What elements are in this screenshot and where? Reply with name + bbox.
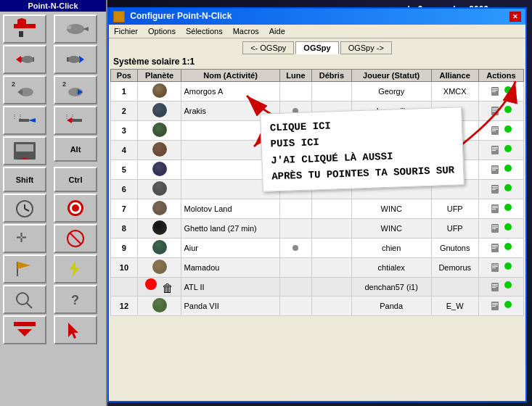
status-dot xyxy=(504,86,512,94)
report-icon[interactable] xyxy=(490,301,500,311)
cell-actions[interactable] xyxy=(478,160,523,180)
cell-actions[interactable] xyxy=(478,141,523,160)
alt-button[interactable]: Alt xyxy=(54,136,97,162)
pnc-btn-1[interactable] xyxy=(3,14,46,44)
lightning-icon xyxy=(61,258,90,280)
cell-moon xyxy=(279,278,311,297)
cell-planet xyxy=(137,297,181,316)
pnc-btn-16[interactable] xyxy=(54,224,97,253)
cell-actions[interactable] xyxy=(478,82,523,102)
tab-ogspy-next[interactable]: OGSpy -> xyxy=(340,41,392,54)
cell-planet xyxy=(137,239,181,258)
cell-debris xyxy=(312,278,352,297)
menu-fichier[interactable]: Fichier xyxy=(112,26,140,36)
tab-ogspy-prev[interactable]: <- OGSpy xyxy=(242,41,294,54)
pnc-btn-9[interactable] xyxy=(3,136,46,165)
planet-icon xyxy=(152,83,168,99)
svg-point-40 xyxy=(17,293,28,304)
cell-name: ATL II xyxy=(181,278,279,297)
cell-player xyxy=(351,121,431,141)
svg-rect-98 xyxy=(492,286,498,286)
svg-marker-39 xyxy=(70,260,80,278)
cell-actions[interactable] xyxy=(478,180,523,199)
close-button[interactable]: ✕ xyxy=(510,12,521,22)
svg-rect-103 xyxy=(492,304,498,305)
cell-alliance: E_W xyxy=(431,297,478,316)
left-panel-title: Point-N-Click xyxy=(0,0,106,12)
svg-point-86 xyxy=(152,240,167,254)
cell-actions[interactable] xyxy=(478,199,523,219)
cell-actions[interactable] xyxy=(478,121,523,141)
cell-moon xyxy=(279,239,311,258)
clock-icon xyxy=(10,197,39,219)
cell-player xyxy=(351,141,431,160)
menu-macros[interactable]: Macros xyxy=(231,26,261,36)
cell-moon xyxy=(279,102,311,121)
pnc-btn-7[interactable]: ⋮⋮ xyxy=(3,106,46,135)
planet-icon xyxy=(152,297,168,313)
svg-point-66 xyxy=(152,162,167,176)
menu-selections[interactable]: Sélections xyxy=(184,26,225,36)
cell-name xyxy=(181,121,279,141)
tab-ogspy[interactable]: OGSpy xyxy=(295,41,338,54)
status-dot xyxy=(504,204,512,211)
cell-debris xyxy=(312,219,352,239)
report-icon[interactable] xyxy=(490,243,500,253)
report-icon[interactable] xyxy=(490,282,500,292)
pnc-btn-14[interactable] xyxy=(54,194,97,223)
cell-actions[interactable] xyxy=(478,219,523,239)
cell-name: Ghetto land (27 min) xyxy=(181,219,279,239)
pnc-btn-22[interactable] xyxy=(54,315,97,344)
col-actions: Actions xyxy=(478,70,523,82)
report-icon[interactable] xyxy=(490,145,500,155)
table-container[interactable]: Pos Planète Nom (Activité) Lune Débris J… xyxy=(110,69,524,316)
pnc-btn-19[interactable] xyxy=(3,285,46,314)
svg-rect-55 xyxy=(492,111,496,112)
flag-icon xyxy=(10,258,39,280)
pnc-btn-8[interactable]: ⋮⋮ xyxy=(54,106,97,135)
pnc-btn-5[interactable]: 2 xyxy=(3,75,46,104)
ctrl-button[interactable]: Ctrl xyxy=(54,167,97,192)
cell-actions[interactable] xyxy=(478,258,523,278)
cell-moon xyxy=(279,199,311,219)
report-icon[interactable] xyxy=(490,184,500,194)
report-icon[interactable] xyxy=(490,165,500,175)
col-planet: Planète xyxy=(137,70,181,82)
report-icon[interactable] xyxy=(490,106,500,116)
pnc-btn-18[interactable] xyxy=(54,254,97,283)
pnc-btn-2[interactable] xyxy=(54,14,97,44)
cell-pos: 9 xyxy=(111,239,138,258)
cell-debris xyxy=(312,82,352,102)
menu-options[interactable]: Options xyxy=(146,26,178,36)
pnc-btn-6[interactable]: 2 xyxy=(54,75,97,104)
pnc-btn-3[interactable] xyxy=(3,45,46,74)
svg-rect-1 xyxy=(17,20,26,28)
report-icon[interactable] xyxy=(490,262,500,273)
svg-rect-69 xyxy=(492,168,498,169)
cell-actions[interactable] xyxy=(478,278,523,297)
cell-alliance xyxy=(431,180,478,199)
planet-icon xyxy=(152,141,168,157)
cell-player xyxy=(351,180,431,199)
pnc-btn-21[interactable] xyxy=(3,315,46,344)
cell-actions[interactable] xyxy=(478,297,523,316)
report-icon[interactable] xyxy=(490,86,500,96)
pnc-btn-17[interactable] xyxy=(3,254,46,283)
report-icon[interactable] xyxy=(490,223,500,233)
menu-aide[interactable]: Aide xyxy=(267,26,287,36)
table-row: 4 xyxy=(111,141,524,160)
report-icon[interactable] xyxy=(490,204,500,214)
cell-actions[interactable] xyxy=(478,102,523,121)
pnc-btn-13[interactable] xyxy=(3,194,46,223)
table-row: 2ArakisLegor (i) xyxy=(111,102,524,121)
pnc-btn-20[interactable]: ? xyxy=(54,285,97,314)
shift-button[interactable]: Shift xyxy=(3,167,46,192)
pnc-btn-4[interactable] xyxy=(54,45,97,74)
cell-alliance xyxy=(431,102,478,121)
planet-icon xyxy=(152,259,168,275)
pnc-btn-15[interactable]: ✛ xyxy=(3,224,46,253)
cell-pos: 1 xyxy=(111,82,138,102)
report-icon[interactable] xyxy=(490,125,500,136)
left-panel: Point-N-Click xyxy=(0,0,107,406)
cell-actions[interactable] xyxy=(478,239,523,258)
